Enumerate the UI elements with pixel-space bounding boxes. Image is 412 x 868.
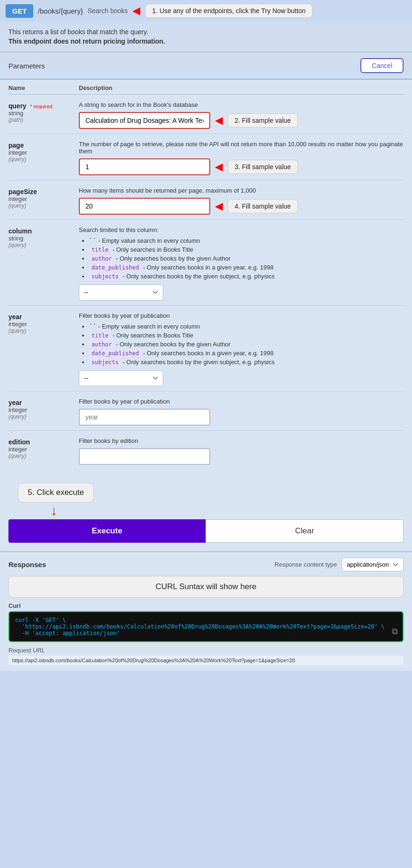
bullet-title: title - Only searches in Books Title xyxy=(89,246,404,253)
top-bar: GET /books/{query} Search books ◀ 1. Use… xyxy=(0,0,412,22)
param-desc-col-column: Search limited to this column: `` - Empt… xyxy=(79,226,404,300)
clear-button[interactable]: Clear xyxy=(206,519,404,543)
desc-line2: This endpoint does not return pricing in… xyxy=(8,37,165,45)
page-input[interactable] xyxy=(79,158,210,175)
param-row-pagesize: pageSize integer (query) How many items … xyxy=(8,180,404,220)
param-location-query: (path) xyxy=(8,117,79,123)
step2-callout: 2. Fill sample value xyxy=(228,113,298,127)
param-row-column: column string (query) Search limited to … xyxy=(8,220,404,306)
param-name-col-year-select: year integer (query) xyxy=(8,312,79,334)
param-desc-query: A string to search for in the Book's dat… xyxy=(79,101,404,108)
endpoint-desc: Search books xyxy=(88,7,128,15)
query-input[interactable] xyxy=(79,112,210,129)
responses-label: Responses xyxy=(8,561,46,569)
copy-icon[interactable]: ⧉ xyxy=(392,627,398,636)
pagesize-input[interactable] xyxy=(79,198,210,215)
params-header: Parameters Cancel xyxy=(0,52,412,80)
response-type-row: Response content type application/json xyxy=(275,558,404,571)
year-bullet-date: date_published - Only searches books in … xyxy=(89,350,404,357)
param-desc-col-pagesize: How many items should be returned per pa… xyxy=(79,187,404,215)
edition-input[interactable] xyxy=(79,448,210,465)
arrow3-icon: ◀ xyxy=(215,161,223,173)
year-bullet-subjects: subjects - Only searches books by the gi… xyxy=(89,359,404,366)
param-location-page: (query) xyxy=(8,156,79,163)
param-name-page: page xyxy=(8,142,24,149)
param-location-pagesize: (query) xyxy=(8,202,79,209)
param-type-edition: integer xyxy=(8,446,79,453)
method-badge: GET xyxy=(6,4,33,18)
param-desc-col-page: The number of page to retrieve, please n… xyxy=(79,141,404,175)
responses-section: Responses Response content type applicat… xyxy=(0,551,412,671)
step3-callout: 3. Fill sample value xyxy=(228,160,298,174)
param-name-col-query: query * required string (path) xyxy=(8,101,79,123)
step1-callout: 1. Use any of the endpoints, click the T… xyxy=(145,4,313,18)
param-desc-edition: Filter books by edition xyxy=(79,437,404,444)
param-name-col-year-input: year integer (query) xyxy=(8,398,79,420)
step4-callout: 4. Fill sample value xyxy=(228,199,298,213)
column-select[interactable]: -- title author date_published subjects xyxy=(79,284,163,300)
params-label: Parameters xyxy=(8,62,45,70)
year-input[interactable] xyxy=(79,409,210,426)
curl-code-box: curl -X 'GET' \ 'https://api2.isbndb.com… xyxy=(8,611,404,642)
param-row-query: query * required string (path) A string … xyxy=(8,95,404,134)
year-bullet-author: author - Only searches books by the give… xyxy=(89,341,404,348)
params-table-header: Name Description xyxy=(8,80,404,95)
column-bullets: `` - Empty value search in every column … xyxy=(79,237,404,280)
query-input-row: ◀ 2. Fill sample value xyxy=(79,112,404,129)
execute-section: 5. Click execute ↓ Execute Clear xyxy=(0,478,412,551)
param-location-year-select: (query) xyxy=(8,328,79,334)
param-desc-year-input: Filter books by year of publication xyxy=(79,398,404,405)
param-type-year-select: integer xyxy=(8,321,79,328)
year-bullet-title: title - Only searches in Books Title xyxy=(89,332,404,339)
param-desc-col-year-select: Filter books by year of publication `` -… xyxy=(79,312,404,386)
param-location-edition: (query) xyxy=(8,453,79,459)
endpoint-path: /books/{query} xyxy=(38,7,83,15)
cancel-button[interactable]: Cancel xyxy=(360,58,404,73)
param-row-edition: edition integer (query) Filter books by … xyxy=(8,431,404,470)
param-name-col-column: column string (query) xyxy=(8,226,79,248)
pagesize-input-row: ◀ 4. Fill sample value xyxy=(79,198,404,215)
param-location-year-input: (query) xyxy=(8,413,79,420)
param-row-page: page integer (query) The number of page … xyxy=(8,134,404,180)
bullet-empty: `` - Empty value search in every column xyxy=(89,237,404,244)
year-bullets: `` - Empty value search in every column … xyxy=(79,323,404,366)
param-required-query: * required xyxy=(30,104,53,109)
param-desc-pagesize: How many items should be returned per pa… xyxy=(79,187,404,194)
response-type-select[interactable]: application/json xyxy=(342,558,404,571)
param-row-year-select: year integer (query) Filter books by yea… xyxy=(8,306,404,391)
step5-callout: 5. Click execute xyxy=(18,483,94,502)
param-desc-year-select: Filter books by year of publication xyxy=(79,312,404,319)
param-type-column: string xyxy=(8,235,79,242)
param-desc-column: Search limited to this column: xyxy=(79,226,404,233)
param-name-col-page: page integer (query) xyxy=(8,141,79,163)
bullet-author: author - Only searches books by the give… xyxy=(89,255,404,262)
param-desc-col-query: A string to search for in the Book's dat… xyxy=(79,101,404,129)
arrow4-icon: ◀ xyxy=(215,200,223,212)
desc-line1: This returns a list of books that match … xyxy=(8,28,404,36)
request-url-value: https://api2.isbndb.com/books/Calculatio… xyxy=(8,656,404,665)
param-type-query: string xyxy=(8,110,79,117)
year-select[interactable]: -- title author date_published subjects xyxy=(79,370,163,386)
param-name-year-select: year xyxy=(8,313,22,321)
year-bullet-empty: `` - Empty value search in every column xyxy=(89,323,404,330)
down-arrow-icon: ↓ xyxy=(51,504,57,517)
param-name-year-input: year xyxy=(8,399,22,406)
execute-button[interactable]: Execute xyxy=(8,519,206,543)
param-name-edition: edition xyxy=(8,438,30,446)
execute-clear-row: Execute Clear xyxy=(8,519,404,543)
param-name-col-pagesize: pageSize integer (query) xyxy=(8,187,79,209)
param-desc-col-edition: Filter books by edition xyxy=(79,437,404,465)
bullet-date: date_published - Only searches books in … xyxy=(89,264,404,271)
curl-code: curl -X 'GET' \ 'https://api2.isbndb.com… xyxy=(15,617,397,636)
params-body: Name Description query * required string… xyxy=(0,80,412,478)
param-name-query: query xyxy=(8,102,26,110)
request-url-label: Request URL xyxy=(8,647,404,656)
param-row-year-input: year integer (query) Filter books by yea… xyxy=(8,391,404,431)
param-type-page: integer xyxy=(8,149,79,156)
curl-callout: CURL Suntax will show here xyxy=(8,576,404,598)
param-name-col-edition: edition integer (query) xyxy=(8,437,79,459)
responses-header: Responses Response content type applicat… xyxy=(8,558,404,571)
curl-label: Curl xyxy=(8,602,404,609)
arrow-icon: ◀ xyxy=(132,5,140,17)
param-desc-page: The number of page to retrieve, please n… xyxy=(79,141,404,155)
